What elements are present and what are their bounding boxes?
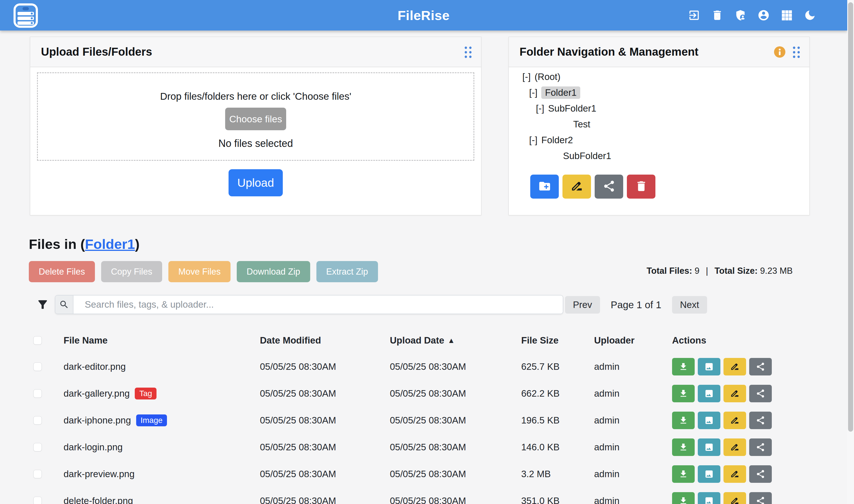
folder-navigation-card: Folder Navigation & Management [-] (Root… bbox=[509, 37, 810, 215]
file-name[interactable]: delete-folder.png bbox=[63, 496, 260, 504]
next-page-button[interactable]: Next bbox=[672, 296, 707, 313]
edit-button[interactable] bbox=[724, 438, 746, 456]
download-button[interactable] bbox=[672, 492, 695, 504]
tree-item-folder1[interactable]: [-] Folder1 bbox=[529, 85, 801, 101]
row-action-bar bbox=[672, 385, 836, 402]
image-icon bbox=[704, 469, 714, 479]
share-button[interactable] bbox=[749, 438, 772, 456]
filerise-logo-icon[interactable] bbox=[13, 3, 38, 28]
upload-button[interactable]: Upload bbox=[229, 169, 283, 196]
search-group bbox=[55, 295, 563, 314]
select-all-checkbox[interactable] bbox=[33, 336, 42, 345]
edit-button[interactable] bbox=[724, 385, 746, 402]
selected-folder[interactable]: Folder1 bbox=[541, 87, 580, 99]
download-button[interactable] bbox=[672, 385, 695, 402]
download-icon bbox=[678, 416, 688, 425]
account-circle-icon[interactable] bbox=[757, 9, 770, 21]
column-header-file-size[interactable]: File Size bbox=[521, 335, 594, 346]
restore-from-trash-icon[interactable] bbox=[711, 9, 724, 21]
file-size: 146.0 KB bbox=[521, 442, 594, 453]
preview-button[interactable] bbox=[698, 412, 720, 429]
dark-mode-moon-icon[interactable] bbox=[804, 9, 816, 21]
uploader: admin bbox=[594, 469, 672, 480]
drag-handle-icon[interactable] bbox=[464, 46, 473, 58]
scrollbar-thumb[interactable] bbox=[848, 2, 853, 432]
scrollbar[interactable] bbox=[847, 0, 854, 504]
edit-button[interactable] bbox=[724, 492, 746, 504]
admin-shield-icon[interactable] bbox=[734, 9, 747, 21]
dropzone[interactable]: Drop files/folders here or click 'Choose… bbox=[37, 72, 474, 161]
row-checkbox[interactable] bbox=[33, 416, 42, 425]
share-button[interactable] bbox=[749, 412, 772, 429]
search-icon[interactable] bbox=[55, 295, 73, 313]
edit-button[interactable] bbox=[724, 412, 746, 429]
copy-files-button[interactable]: Copy Files bbox=[101, 261, 162, 282]
file-name[interactable]: dark-preview.png bbox=[63, 469, 260, 480]
download-icon bbox=[678, 443, 688, 452]
share-button[interactable] bbox=[749, 385, 772, 402]
row-checkbox[interactable] bbox=[33, 362, 42, 371]
file-name[interactable]: dark-login.png bbox=[63, 442, 260, 453]
current-folder-link[interactable]: Folder1 bbox=[85, 236, 135, 252]
date-modified: 05/05/25 08:30AM bbox=[260, 469, 390, 480]
download-zip-button[interactable]: Download Zip bbox=[237, 261, 310, 282]
image-icon bbox=[704, 496, 714, 504]
delete-folder-button[interactable] bbox=[627, 175, 655, 199]
preview-button[interactable] bbox=[698, 438, 720, 456]
file-name[interactable]: dark-editor.png bbox=[63, 361, 260, 372]
tree-item-root[interactable]: [-] (Root) bbox=[522, 69, 801, 85]
tree-item-subfolder1[interactable]: [-] SubFolder1 bbox=[549, 101, 801, 116]
row-checkbox[interactable] bbox=[33, 389, 42, 398]
tag-badge: Tag bbox=[135, 388, 157, 399]
edit-pencil-icon bbox=[730, 389, 740, 398]
column-header-actions: Actions bbox=[672, 335, 836, 346]
date-modified: 05/05/25 08:30AM bbox=[260, 496, 390, 504]
create-folder-button[interactable] bbox=[530, 175, 559, 199]
share-folder-button[interactable] bbox=[595, 175, 623, 199]
share-button[interactable] bbox=[749, 465, 772, 483]
file-name[interactable]: dark-gallery.png bbox=[63, 388, 130, 399]
tree-item-test[interactable]: Test bbox=[573, 116, 801, 132]
download-button[interactable] bbox=[672, 358, 695, 376]
share-icon bbox=[756, 362, 765, 372]
preview-button[interactable] bbox=[698, 385, 720, 402]
column-header-uploader[interactable]: Uploader bbox=[594, 335, 672, 346]
preview-button[interactable] bbox=[698, 465, 720, 483]
drag-handle-icon[interactable] bbox=[792, 46, 801, 58]
extract-zip-button[interactable]: Extract Zip bbox=[316, 261, 378, 282]
share-button[interactable] bbox=[749, 492, 772, 504]
edit-button[interactable] bbox=[724, 358, 746, 376]
upload-date: 05/05/25 08:30AM bbox=[390, 361, 521, 372]
preview-button[interactable] bbox=[698, 492, 720, 504]
tree-item-folder2[interactable]: [-] Folder2 bbox=[529, 132, 801, 148]
column-header-upload-date[interactable]: Upload Date▲ bbox=[390, 335, 521, 346]
image-icon bbox=[704, 389, 714, 398]
move-files-button[interactable]: Move Files bbox=[168, 261, 231, 282]
info-icon[interactable] bbox=[774, 46, 786, 58]
apps-grid-icon[interactable] bbox=[781, 9, 793, 21]
logout-icon[interactable] bbox=[688, 9, 700, 21]
preview-button[interactable] bbox=[698, 358, 720, 376]
download-button[interactable] bbox=[672, 412, 695, 429]
tree-item-subfolder1-b[interactable]: SubFolder1 bbox=[563, 148, 801, 164]
file-name[interactable]: dark-iphone.png bbox=[63, 415, 131, 426]
column-header-date-modified[interactable]: Date Modified bbox=[260, 335, 390, 346]
uploader: admin bbox=[594, 442, 672, 453]
row-checkbox[interactable] bbox=[33, 443, 42, 451]
prev-page-button[interactable]: Prev bbox=[565, 296, 600, 313]
download-button[interactable] bbox=[672, 438, 695, 456]
choose-files-button[interactable]: Choose files bbox=[225, 108, 286, 130]
row-checkbox[interactable] bbox=[33, 470, 42, 478]
share-button[interactable] bbox=[749, 358, 772, 376]
file-size: 625.7 KB bbox=[521, 361, 594, 372]
edit-button[interactable] bbox=[724, 465, 746, 483]
search-input[interactable] bbox=[73, 295, 563, 313]
column-header-file-name[interactable]: File Name bbox=[63, 335, 260, 346]
rename-folder-button[interactable] bbox=[562, 175, 591, 199]
row-checkbox[interactable] bbox=[33, 497, 42, 504]
file-table: File Name Date Modified Upload Date▲ Fil… bbox=[0, 328, 836, 504]
delete-files-button[interactable]: Delete Files bbox=[29, 261, 95, 282]
download-button[interactable] bbox=[672, 465, 695, 483]
share-icon bbox=[756, 389, 765, 398]
filter-icon[interactable] bbox=[36, 298, 49, 311]
